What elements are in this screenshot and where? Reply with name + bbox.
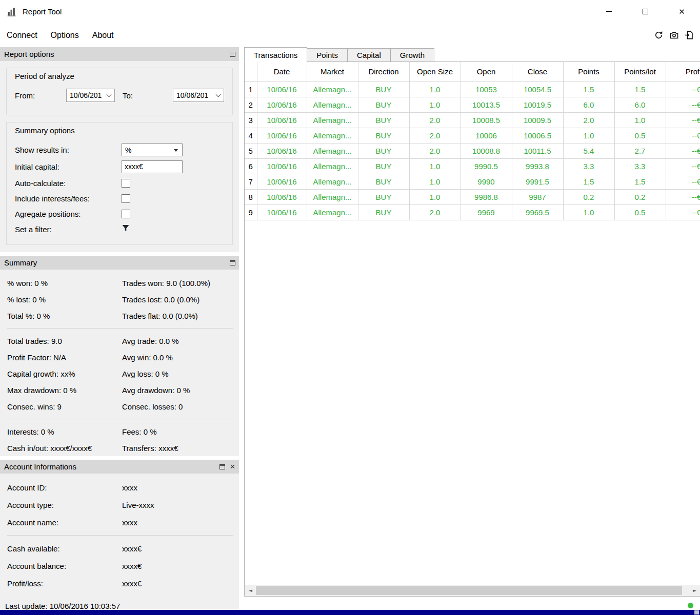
tab-growth[interactable]: Growth	[390, 48, 434, 61]
initial-capital-row: Initial capital:	[15, 160, 228, 173]
from-date-combobox[interactable]: 10/06/201	[66, 89, 115, 102]
table-row[interactable]: 710/06/16Allemagn...BUY1.099909991.51.51…	[245, 174, 700, 189]
toolbar-icons	[653, 30, 695, 40]
table-cell: 2.0	[409, 128, 461, 143]
scrollbar-thumb[interactable]	[256, 586, 682, 595]
scroll-left-button[interactable]: ◄	[245, 585, 256, 596]
bottom-window-border	[0, 610, 700, 615]
float-panel-icon[interactable]	[230, 50, 235, 58]
header-profit[interactable]: Profit/l	[666, 62, 700, 81]
table-row[interactable]: 610/06/16Allemagn...BUY1.09990.59993.83.…	[245, 158, 700, 174]
stat-label: % lost: 0 %	[7, 295, 122, 304]
table-cell: 10/06/16	[257, 158, 307, 174]
table-cell: 0.2	[563, 189, 614, 204]
table-cell: 1.0	[409, 81, 461, 97]
row-number: 6	[245, 158, 257, 174]
table-cell: Allemagn...	[307, 204, 358, 220]
table-cell: --€	[666, 158, 700, 174]
table-cell: Allemagn...	[307, 174, 358, 189]
table-cell: 9987	[512, 189, 563, 204]
close-panel-icon[interactable]: ✕	[230, 463, 235, 470]
period-title: Period of analyze	[15, 72, 228, 80]
table-row[interactable]: 210/06/16Allemagn...BUY1.010013.510019.5…	[245, 97, 700, 112]
include-interests-checkbox[interactable]	[122, 194, 130, 203]
export-icon[interactable]	[684, 30, 695, 40]
minimize-button[interactable]	[591, 0, 627, 23]
stat-label: Cash available:	[7, 544, 122, 553]
menu-connect[interactable]: Connect	[0, 28, 44, 43]
to-date-combobox[interactable]: 10/06/201	[173, 89, 224, 102]
account-informations-header: Account Informations ✕	[0, 460, 239, 474]
summary-body-row: % lost: 0 %Trades lost: 0.0 (0.0%)	[7, 291, 239, 308]
row-number: 2	[245, 97, 257, 112]
scroll-right-button[interactable]: ►	[689, 585, 700, 596]
stat-value: Avg loss: 0 %	[122, 370, 239, 378]
tab-bar: Transactions Points Capital Growth	[244, 47, 700, 62]
table-cell: 10/06/16	[257, 204, 307, 220]
tab-capital[interactable]: Capital	[347, 48, 391, 61]
stat-value: Trades won: 9.0 (100.0%)	[122, 279, 239, 288]
header-date[interactable]: Date	[257, 62, 307, 81]
tab-transactions[interactable]: Transactions	[244, 47, 307, 62]
menu-about[interactable]: About	[86, 28, 121, 43]
maximize-button[interactable]	[627, 0, 664, 23]
close-button[interactable]: ✕	[664, 0, 700, 23]
agregate-positions-checkbox[interactable]	[122, 210, 130, 218]
filter-funnel-icon[interactable]	[122, 224, 130, 234]
stat-label: Capital growth: xx%	[7, 370, 122, 378]
header-open-size[interactable]: Open Size	[409, 62, 461, 81]
stat-value: xxxx€	[122, 562, 239, 570]
stat-value: Consec. losses: 0	[122, 402, 239, 411]
table-cell: --€	[666, 112, 700, 128]
table-row[interactable]: 510/06/16Allemagn...BUY2.010008.810011.5…	[245, 143, 700, 158]
table-cell: 1.5	[563, 81, 614, 97]
show-results-combobox[interactable]: %	[122, 144, 183, 156]
table-row[interactable]: 810/06/16Allemagn...BUY1.09986.899870.20…	[245, 189, 700, 204]
to-date-value: 10/06/201	[176, 91, 208, 99]
table-cell: 10/06/16	[257, 81, 307, 97]
table-cell: 10006.5	[512, 128, 563, 143]
camera-icon[interactable]	[669, 30, 679, 40]
header-close[interactable]: Close	[512, 62, 563, 81]
header-direction[interactable]: Direction	[358, 62, 409, 81]
table-cell: 10/06/16	[257, 97, 307, 112]
table-cell: 9990	[461, 174, 512, 189]
table-row[interactable]: 110/06/16Allemagn...BUY1.01005310054.51.…	[245, 81, 700, 97]
table-cell: 10019.5	[512, 97, 563, 112]
stat-value: Fees: 0 %	[122, 427, 239, 436]
float-panel-icon[interactable]	[219, 462, 225, 471]
stat-label: % won: 0 %	[7, 279, 122, 288]
menu-options[interactable]: Options	[44, 28, 86, 43]
table-cell: 10013.5	[461, 97, 512, 112]
float-panel-icon[interactable]	[230, 258, 235, 267]
scrollbar-track[interactable]	[256, 585, 689, 596]
table-row[interactable]: 310/06/16Allemagn...BUY2.010008.510009.5…	[245, 112, 700, 128]
table-cell: 5.4	[563, 143, 614, 158]
header-points-lot[interactable]: Points/lot	[614, 62, 666, 81]
table-row[interactable]: 410/06/16Allemagn...BUY2.01000610006.51.…	[245, 128, 700, 143]
stat-label: Max drawdown: 0 %	[7, 386, 122, 395]
show-results-label: Show results in:	[15, 146, 122, 154]
header-open[interactable]: Open	[461, 62, 512, 81]
summary-body-row: Profit Factor: N/AAvg win: 0.0 %	[7, 349, 239, 365]
account-informations-title: Account Informations	[4, 462, 76, 471]
stat-value: Avg drawdown: 0 %	[122, 386, 239, 395]
table-row[interactable]: 910/06/16Allemagn...BUY2.099699969.51.00…	[245, 204, 700, 220]
table-cell: --€	[666, 97, 700, 112]
table-cell: 10/06/16	[257, 128, 307, 143]
initial-capital-input[interactable]	[122, 160, 183, 173]
tab-points[interactable]: Points	[307, 48, 348, 61]
transactions-table-frame: Date Market Direction Open Size Open Clo…	[244, 62, 700, 597]
header-points[interactable]: Points	[563, 62, 614, 81]
refresh-icon[interactable]	[653, 30, 664, 40]
auto-calculate-checkbox[interactable]	[122, 179, 130, 188]
set-filter-row: Set a filter:	[15, 223, 228, 235]
table-cell: BUY	[358, 81, 409, 97]
table-cell: Allemagn...	[307, 81, 358, 97]
initial-capital-label: Initial capital:	[15, 162, 122, 171]
resize-grip[interactable]	[694, 610, 699, 614]
summary-body-row: Total %: 0 %Trades flat: 0.0 (0.0%)	[7, 308, 239, 324]
header-market[interactable]: Market	[307, 62, 358, 81]
table-cell: 1.5	[614, 81, 666, 97]
table-cell: BUY	[358, 97, 409, 112]
